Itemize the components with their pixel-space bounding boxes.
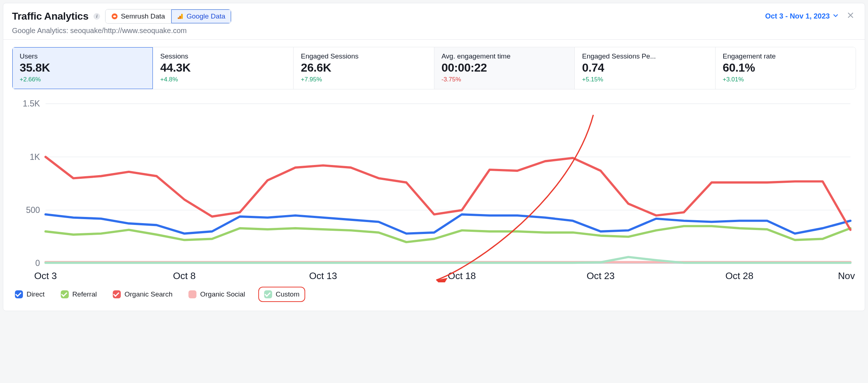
panel-header-right: Oct 3 - Nov 1, 2023	[765, 9, 856, 21]
kpi-card-engaged-sessions[interactable]: Engaged Sessions26.6K+7.95%	[293, 47, 434, 89]
panel-header: Traffic Analytics i Semrush DataGoogle D…	[3, 3, 865, 40]
title-row: Traffic Analytics i Semrush DataGoogle D…	[12, 9, 231, 24]
legend-label: Organic Search	[124, 290, 172, 298]
svg-point-3	[178, 17, 179, 19]
x-axis-tick-label: Oct 28	[725, 270, 753, 281]
kpi-change: +4.8%	[160, 76, 286, 83]
x-axis-tick-label: Oct 13	[309, 270, 337, 281]
chevron-down-icon	[833, 12, 839, 20]
x-axis-tick-label: Nov 1	[838, 270, 856, 281]
kpi-value: 00:00:22	[442, 61, 568, 74]
series-custom	[45, 257, 850, 263]
panel-header-left: Traffic Analytics i Semrush DataGoogle D…	[12, 9, 231, 35]
kpi-value: 0.74	[582, 61, 708, 74]
kpi-label: Users	[20, 52, 146, 60]
svg-rect-2	[179, 16, 181, 19]
kpi-change: +5.15%	[582, 76, 708, 83]
series-organic-search	[45, 157, 850, 230]
traffic-analytics-panel: Traffic Analytics i Semrush DataGoogle D…	[3, 3, 865, 311]
y-axis-tick-label: 1.5K	[23, 99, 40, 108]
ga-property-subtitle: Google Analytics: seoquake/http://www.se…	[12, 27, 231, 35]
date-range-label: Oct 3 - Nov 1, 2023	[765, 12, 830, 20]
legend-item-organic-social[interactable]: Organic Social	[186, 288, 248, 301]
line-chart[interactable]: 05001K1.5KOct 3Oct 8Oct 13Oct 18Oct 23Oc…	[12, 98, 856, 282]
y-axis-tick-label: 1K	[30, 152, 40, 162]
kpi-row: Users35.8K+2.66%Sessions44.3K+4.8%Engage…	[12, 47, 856, 89]
kpi-value: 44.3K	[160, 61, 286, 74]
kpi-change: +7.95%	[301, 76, 427, 83]
series-direct	[45, 214, 850, 234]
kpi-value: 35.8K	[20, 61, 146, 74]
segment-label: Semrush Data	[121, 12, 165, 20]
legend-label: Referral	[72, 290, 97, 298]
kpi-label: Avg. engagement time	[442, 52, 568, 60]
legend-swatch	[15, 290, 23, 298]
x-axis-tick-label: Oct 3	[34, 270, 57, 281]
kpi-card-engaged-sessions-pe-[interactable]: Engaged Sessions Pe...0.74+5.15%	[574, 47, 715, 89]
x-axis-tick-label: Oct 18	[448, 270, 476, 281]
kpi-change: +3.01%	[723, 76, 849, 83]
info-icon[interactable]: i	[93, 13, 100, 20]
kpi-change: -3.75%	[442, 76, 568, 83]
x-axis-tick-label: Oct 23	[587, 270, 615, 281]
kpi-value: 60.1%	[723, 61, 849, 74]
kpi-card-avg-engagement-time[interactable]: Avg. engagement time00:00:22-3.75%	[434, 47, 575, 89]
legend-label: Direct	[27, 290, 45, 298]
legend-label: Custom	[276, 290, 299, 298]
callout-arrow	[436, 115, 593, 280]
kpi-label: Sessions	[160, 52, 286, 60]
legend-swatch	[61, 290, 69, 298]
legend-swatch	[264, 290, 272, 298]
chart-container: 05001K1.5KOct 3Oct 8Oct 13Oct 18Oct 23Oc…	[12, 98, 856, 282]
legend-item-direct[interactable]: Direct	[12, 288, 48, 301]
legend-label: Organic Social	[200, 290, 245, 298]
kpi-label: Engaged Sessions	[301, 52, 427, 60]
data-source-seg-semrush-data[interactable]: Semrush Data	[105, 9, 171, 23]
panel-body: Users35.8K+2.66%Sessions44.3K+4.8%Engage…	[3, 40, 865, 311]
kpi-card-users[interactable]: Users35.8K+2.66%	[12, 47, 153, 89]
kpi-label: Engagement rate	[723, 52, 849, 60]
y-axis-tick-label: 500	[26, 205, 40, 215]
close-button[interactable]	[845, 11, 856, 21]
kpi-value: 26.6K	[301, 61, 427, 74]
chart-legend: DirectReferralOrganic SearchOrganic Soci…	[12, 287, 856, 302]
y-axis-tick-label: 0	[35, 258, 40, 268]
kpi-card-sessions[interactable]: Sessions44.3K+4.8%	[153, 47, 294, 89]
page-title: Traffic Analytics	[12, 11, 88, 22]
svg-rect-1	[181, 14, 183, 19]
data-source-toggle[interactable]: Semrush DataGoogle Data	[105, 9, 231, 24]
legend-item-custom[interactable]: Custom	[258, 287, 305, 302]
data-source-seg-google-data[interactable]: Google Data	[171, 9, 231, 23]
x-axis-tick-label: Oct 8	[173, 270, 195, 281]
legend-swatch	[113, 290, 121, 298]
legend-swatch	[188, 290, 196, 298]
date-range-picker[interactable]: Oct 3 - Nov 1, 2023	[765, 12, 839, 20]
kpi-card-engagement-rate[interactable]: Engagement rate60.1%+3.01%	[715, 47, 856, 89]
legend-item-organic-search[interactable]: Organic Search	[110, 288, 175, 301]
kpi-label: Engaged Sessions Pe...	[582, 52, 708, 60]
legend-item-referral[interactable]: Referral	[58, 288, 100, 301]
kpi-change: +2.66%	[20, 76, 146, 83]
segment-label: Google Data	[187, 12, 226, 20]
